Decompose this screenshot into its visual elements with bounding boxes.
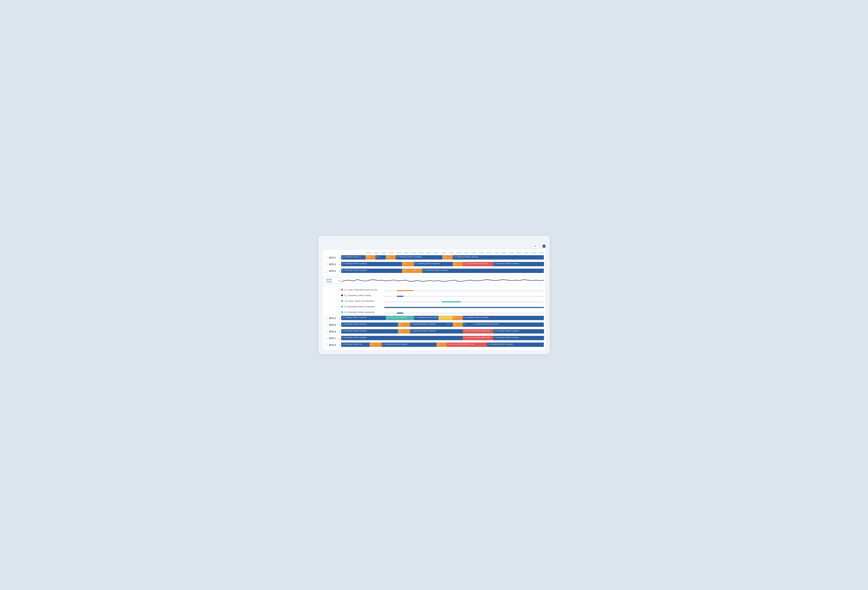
wtg-label-WTG 6: WTG 6 (329, 330, 338, 333)
bar-segment (463, 325, 473, 327)
bar-segment (463, 339, 493, 340)
time-labels: 00:0001:0002:0003:0004:0005:0006:0007:00… (366, 252, 544, 254)
chart-area (341, 275, 544, 286)
time-label: 10:00 (441, 252, 446, 254)
show-all-checkbox[interactable]: ✓ (543, 245, 545, 248)
bar-segment (437, 345, 447, 347)
bar-segment (341, 258, 366, 260)
sub-dot (341, 306, 343, 307)
time-label: 07:00 (419, 252, 424, 254)
wtg-row: WTG 4 ∨ 0_0 Operating Turbine in operati… (323, 315, 545, 322)
chevron-down-icon: ▾ (534, 245, 536, 248)
expand-icon-WTG 2[interactable]: ∨ (338, 263, 341, 266)
row-checkbox-WTG 5[interactable] (325, 323, 328, 326)
bar-segment (396, 258, 443, 260)
sub-row-label: -9_0 Icing - power curve deviation (344, 300, 384, 302)
wtg-label-WTG 3: WTG 3 (329, 270, 338, 272)
review-button[interactable] (541, 240, 545, 242)
bar-segment (382, 345, 437, 347)
bar-track (341, 345, 544, 347)
row-checkbox-WTG 3[interactable] (325, 270, 328, 273)
bar-segment (453, 265, 463, 266)
sub-bar-track (384, 307, 544, 308)
bar-segment (453, 258, 544, 260)
bar-segment (410, 325, 447, 327)
bar-segment (402, 265, 414, 266)
bar-area-WTG 4: 0_0 Operating Turbine in operation -9_0 … (341, 316, 544, 321)
time-axis: 00:0001:0002:0003:0004:0005:0006:0007:00… (323, 252, 545, 254)
time-label: 22:00 (531, 252, 536, 254)
expand-icon-WTG 3[interactable]: ∧ (338, 270, 341, 273)
active-power-label: Active Power (326, 278, 338, 283)
expand-icon-WTG 7[interactable]: ∨ (338, 337, 341, 340)
bar-area-WTG 8: 0_0 Operating Turbine in op 2_1 0_0 Oper… (341, 342, 544, 348)
sub-bar-segment (442, 301, 461, 302)
bar-segment (493, 265, 544, 266)
bar-segment (453, 319, 463, 320)
expand-icon-WTG 4[interactable]: ∨ (338, 317, 341, 320)
row-checkbox-WTG 2[interactable] (325, 263, 328, 266)
row-checkbox-WTG 1[interactable] (325, 256, 328, 259)
bar-segment (453, 325, 463, 327)
sub-checkbox[interactable] (337, 300, 340, 302)
sub-bar-segment (397, 313, 403, 314)
wtg-label-WTG 5: WTG 5 (329, 324, 338, 326)
bar-segment (473, 325, 544, 327)
sub-row-label: 0_2 Operating Turbine operational (344, 311, 384, 313)
bar-area-WTG 3: 0_0 Operating Turbine in operation -9_0 … (341, 268, 544, 274)
wtg-label-WTG 8: WTG 8 (329, 344, 338, 346)
time-label: 04:00 (396, 252, 402, 254)
sub-bar-area (384, 293, 544, 298)
expand-icon-WTG 6[interactable]: ∨ (338, 330, 341, 333)
bar-area-WTG 2: 0_0 Operating Turbine in operation -9_0 … (341, 262, 544, 267)
chevron-down-icon: ▾ (338, 279, 340, 282)
time-label: 05:00 (403, 252, 409, 254)
row-checkbox-WTG 8[interactable] (325, 344, 328, 347)
bar-segment (402, 271, 412, 273)
bar-segment (438, 319, 453, 320)
expand-icon-WTG 1[interactable]: ∨ (338, 256, 341, 259)
sub-checkbox[interactable] (337, 305, 340, 308)
sub-bar-area (384, 310, 544, 314)
sub-checkbox[interactable] (337, 294, 340, 296)
sub-bar-segment (384, 307, 544, 308)
bar-segment (341, 339, 463, 340)
bar-segment (447, 325, 453, 327)
time-label: 06:00 (411, 252, 416, 254)
time-label: 08:00 (426, 252, 431, 254)
sub-bar-track (384, 313, 544, 314)
header (323, 240, 545, 242)
bar-segment (414, 319, 438, 320)
chart-label-area: Active Power ▾ (325, 277, 341, 284)
time-label: 18:00 (501, 252, 506, 254)
row-checkbox-WTG 7[interactable] (325, 337, 328, 340)
time-label: 12:00 (456, 252, 461, 254)
bar-segment (487, 345, 544, 347)
sub-row-label: 0_1 Operating Turbine starting (344, 294, 384, 296)
row-checkbox-WTG 6[interactable] (325, 330, 328, 333)
wtg-row: WTG 3 ∧ 0_0 Operating Turbine in operati… (323, 268, 545, 274)
row-checkbox-WTG 4[interactable] (325, 317, 328, 320)
bar-area-WTG 1: 0_0 Operating Turbine in o -9_0 0_0 -9_0… (341, 255, 544, 260)
active-power-select[interactable]: Active Power ▾ (325, 277, 341, 284)
bar-track (341, 332, 544, 333)
bar-segment (443, 258, 453, 260)
bar-segment (341, 325, 398, 327)
expand-icon-WTG 8[interactable]: ∨ (338, 344, 341, 347)
status-code-dropdown[interactable]: ▾ (532, 244, 537, 248)
time-label: 15:00 (478, 252, 484, 254)
time-label: 13:00 (464, 252, 469, 254)
timeline-container: 00:0001:0002:0003:0004:0005:0006:0007:00… (323, 249, 545, 350)
sub-row: -9_0 Icing - power curve deviation (323, 298, 545, 304)
header-right (539, 240, 545, 242)
bar-segment (386, 258, 396, 260)
bar-segment (410, 332, 463, 333)
expand-icon-WTG 5[interactable]: ∨ (338, 323, 341, 326)
sub-checkbox[interactable] (337, 289, 340, 291)
toolbar: ▾ ✓ (323, 244, 545, 248)
sub-checkbox[interactable] (337, 311, 340, 313)
time-label: 16:00 (486, 252, 492, 254)
time-label: 19:00 (508, 252, 514, 254)
sub-bar-area (384, 304, 544, 309)
sub-row: 0_2 Operating Turbine operational (323, 310, 545, 315)
